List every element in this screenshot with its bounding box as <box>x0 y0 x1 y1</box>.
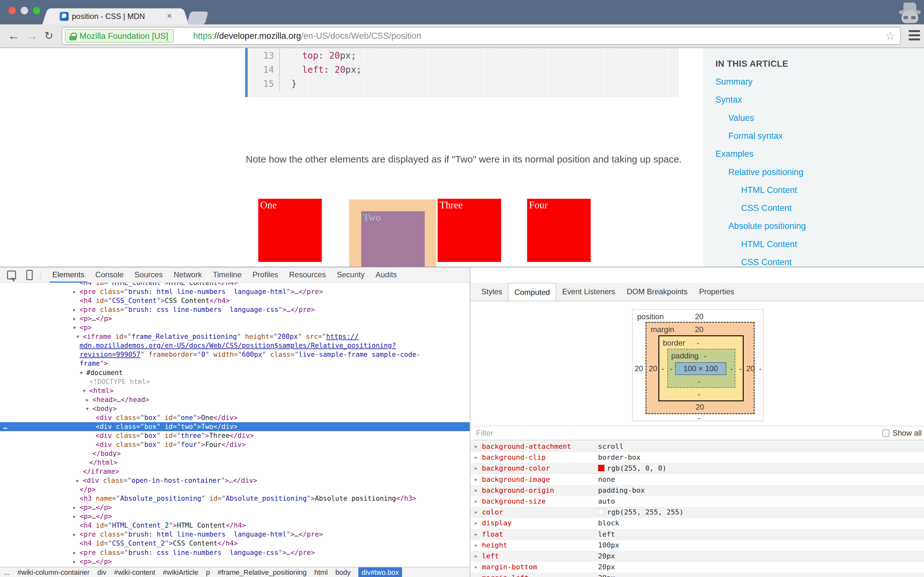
chevron-expanded-icon[interactable]: ▼ <box>83 386 86 395</box>
dom-tree-row[interactable]: ▶<pre class="brush: css line-numbers lan… <box>0 548 470 557</box>
dom-tree-row[interactable]: </html> <box>0 458 470 467</box>
chevron-collapsed-icon[interactable]: ▶ <box>73 503 76 512</box>
dom-tree-row[interactable]: ▶<p>…</p> <box>0 512 470 521</box>
dom-tree-row[interactable]: <div class="box" id="three">Three</div> <box>0 431 470 440</box>
color-swatch[interactable] <box>598 509 604 515</box>
breadcrumb-item[interactable]: ... <box>4 567 10 577</box>
dom-tree-row[interactable]: ▶<pre class="brush: html line-numbers la… <box>0 530 470 539</box>
filter-input[interactable]: Filter <box>476 426 493 440</box>
toc-link[interactable]: CSS Content <box>741 258 792 267</box>
chevron-collapsed-icon[interactable]: ▶ <box>73 305 76 314</box>
chevron-collapsed-icon[interactable]: ▶ <box>73 314 76 323</box>
chevron-collapsed-icon[interactable]: ▶ <box>475 474 477 485</box>
dom-tree-row[interactable]: </body> <box>0 449 470 458</box>
computed-property-row[interactable]: ▶background-sizeauto <box>470 496 924 507</box>
devtools-tab-network[interactable]: Network <box>168 268 207 283</box>
breadcrumb-item[interactable]: p <box>206 567 210 577</box>
computed-property-row[interactable]: ▶displayblock <box>470 518 924 529</box>
show-all-checkbox[interactable] <box>882 430 889 437</box>
chevron-collapsed-icon[interactable]: ▶ <box>475 551 477 562</box>
window-minimize-button[interactable] <box>21 7 28 15</box>
forward-button[interactable]: → <box>26 24 38 47</box>
breadcrumb-item[interactable]: #wikiArticle <box>163 567 198 577</box>
address-bar[interactable]: Mozilla Foundation [US] https://develope… <box>61 27 901 45</box>
devtools-tab-console[interactable]: Console <box>90 268 129 283</box>
dom-tree-row[interactable]: ▼<body> <box>0 404 470 413</box>
chevron-collapsed-icon[interactable]: ▶ <box>73 287 76 296</box>
chevron-collapsed-icon[interactable]: ▶ <box>475 452 477 463</box>
back-button[interactable]: ← <box>8 24 20 47</box>
dom-tree-row[interactable]: <h4 id="CSS_Content_2">CSS Content</h4> <box>0 539 470 548</box>
window-close-button[interactable] <box>8 7 16 15</box>
devtools-tab-audits[interactable]: Audits <box>370 268 402 283</box>
chevron-expanded-icon[interactable]: ▼ <box>76 332 79 341</box>
chevron-collapsed-icon[interactable]: ▶ <box>475 441 477 452</box>
dom-tree-row[interactable]: ▼<html> <box>0 386 470 395</box>
dom-tree-row[interactable]: ▶<head>…</head> <box>0 395 470 404</box>
dom-tree-row[interactable]: <h4 id="CSS_Content">CSS Content</h4> <box>0 296 470 305</box>
dom-tree-row[interactable]: frame"> <box>0 359 470 368</box>
dom-tree-row[interactable]: <h4 id="HTML_Content_2">HTML Content</h4… <box>0 521 470 530</box>
chevron-expanded-icon[interactable]: ▼ <box>86 404 89 413</box>
sidebar-tab-dom-breakpoints[interactable]: DOM Breakpoints <box>621 283 693 301</box>
dom-tree-row[interactable]: </p> <box>0 485 470 494</box>
sidebar-tab-styles[interactable]: Styles <box>475 283 508 301</box>
dom-tree-row[interactable]: <div class="box" id="one">One</div> <box>0 413 470 422</box>
dom-tree-row[interactable]: ▶<pre class="brush: html line-numbers la… <box>0 287 470 296</box>
bookmark-star-icon[interactable]: ☆ <box>885 27 895 44</box>
inspect-element-icon[interactable] <box>7 271 16 279</box>
chevron-collapsed-icon[interactable]: ▶ <box>73 512 76 521</box>
browser-tab[interactable]: position - CSS | MDN × <box>50 8 181 24</box>
breadcrumb-item[interactable]: body <box>335 567 351 577</box>
toc-link[interactable]: Examples <box>716 149 754 159</box>
chevron-collapsed-icon[interactable]: ▶ <box>73 530 76 539</box>
dom-tree-row[interactable]: <!DOCTYPE html> <box>0 377 470 386</box>
devtools-tab-resources[interactable]: Resources <box>284 268 331 283</box>
computed-property-row[interactable]: ▶background-colorrgb(255, 0, 0) <box>470 463 924 474</box>
chevron-collapsed-icon[interactable]: ▶ <box>73 548 76 557</box>
computed-property-row[interactable]: ▶colorrgb(255, 255, 255) <box>470 507 924 518</box>
chevron-collapsed-icon[interactable]: ▶ <box>86 395 89 404</box>
chevron-collapsed-icon[interactable]: ▶ <box>76 476 79 485</box>
computed-property-row[interactable]: ▶floatleft <box>470 529 924 540</box>
dom-tree-row[interactable]: ▼<iframe id="frame_Relative_positioning"… <box>0 332 470 341</box>
reload-button[interactable]: ↻ <box>44 24 53 47</box>
chevron-collapsed-icon[interactable]: ▶ <box>475 507 477 518</box>
sidebar-tab-properties[interactable]: Properties <box>693 283 740 301</box>
toc-link[interactable]: Summary <box>716 77 753 87</box>
toc-link[interactable]: Absolute positioning <box>728 221 806 231</box>
toc-link[interactable]: Values <box>728 113 754 123</box>
chevron-expanded-icon[interactable]: ▼ <box>73 323 76 332</box>
chrome-menu-icon[interactable] <box>909 29 920 43</box>
device-toolbar-icon[interactable] <box>26 270 33 280</box>
toc-link[interactable]: CSS Content <box>741 203 792 213</box>
dom-tree-row[interactable]: ▶<div class="open-in-host-container">…</… <box>0 476 470 485</box>
dom-tree-row[interactable]: revision=999057" frameborder="0" width="… <box>0 350 470 359</box>
chevron-collapsed-icon[interactable]: ▶ <box>475 496 477 507</box>
chevron-collapsed-icon[interactable]: ▶ <box>475 463 477 474</box>
color-swatch[interactable] <box>598 465 604 471</box>
computed-property-row[interactable]: ▶margin-bottom20px <box>470 562 924 573</box>
chevron-collapsed-icon[interactable]: ▶ <box>475 518 477 529</box>
computed-property-row[interactable]: ▶background-clipborder-box <box>470 452 924 463</box>
ev-certificate-badge[interactable]: Mozilla Foundation [US] <box>65 29 174 43</box>
breadcrumb-item[interactable]: html <box>314 567 328 577</box>
dom-tree-row[interactable]: …<div class="box" id="two">Two</div> <box>0 422 470 431</box>
chevron-collapsed-icon[interactable]: ▶ <box>475 485 477 496</box>
chevron-collapsed-icon[interactable]: ▶ <box>475 529 477 540</box>
computed-property-row[interactable]: ▶height100px <box>470 540 924 551</box>
computed-property-row[interactable]: ▶background-originpadding-box <box>470 485 924 496</box>
computed-property-row[interactable]: ▶background-imagenone <box>470 474 924 485</box>
toc-link[interactable]: Formal syntax <box>728 131 783 141</box>
toc-link[interactable]: Relative positioning <box>728 167 803 177</box>
dom-tree-row[interactable]: ▶<p>…</p> <box>0 314 470 323</box>
chevron-collapsed-icon[interactable]: ▶ <box>475 562 477 572</box>
breadcrumb-item[interactable]: div <box>97 567 106 577</box>
sidebar-tab-computed[interactable]: Computed <box>508 283 556 301</box>
dom-tree-row[interactable]: <div class="box" id="four">Four</div> <box>0 440 470 449</box>
devtools-tab-sources[interactable]: Sources <box>129 268 168 283</box>
dom-tree-row[interactable]: ▼<p> <box>0 323 470 332</box>
breadcrumb-item[interactable]: div#two.box <box>359 567 402 577</box>
toc-link[interactable]: HTML Content <box>741 185 797 195</box>
chevron-collapsed-icon[interactable]: ▶ <box>475 540 477 551</box>
